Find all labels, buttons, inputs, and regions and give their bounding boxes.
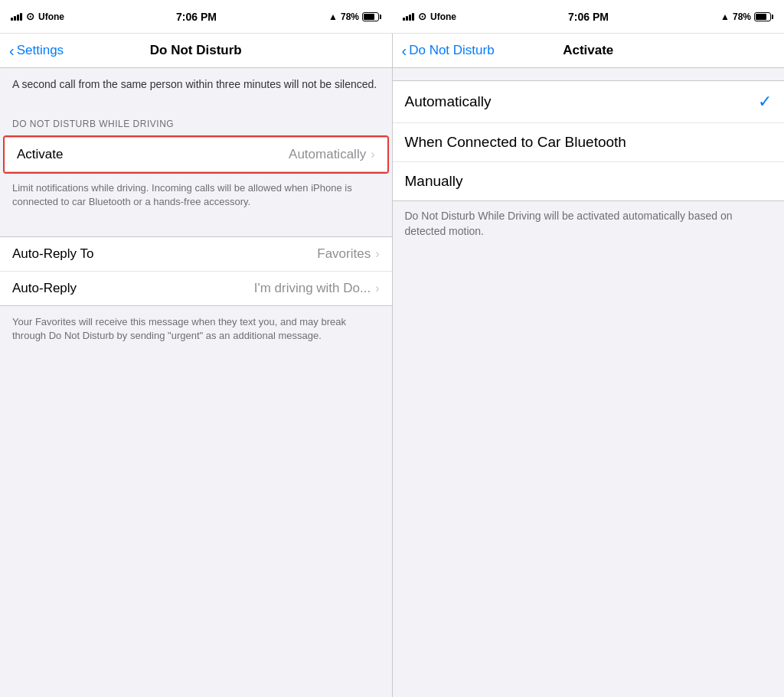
left-nav-title: Do Not Disturb bbox=[150, 43, 242, 58]
auto-reply-to-value: Favorites bbox=[317, 246, 371, 262]
right-location-icon: ▲ bbox=[720, 11, 730, 22]
activate-options-group: Automatically ✓ When Connected to Car Bl… bbox=[393, 80, 785, 201]
left-nav-bar: ‹ Settings Do Not Disturb bbox=[0, 34, 393, 67]
bottom-note: Your Favorites will receive this message… bbox=[0, 309, 392, 355]
auto-reply-placeholder: I'm driving with Do... bbox=[254, 281, 371, 296]
nav-bars: ‹ Settings Do Not Disturb ‹ Do Not Distu… bbox=[0, 34, 784, 68]
right-battery-info: ▲ 78% bbox=[720, 11, 773, 22]
right-time: 7:06 PM bbox=[568, 11, 609, 23]
right-back-button[interactable]: ‹ Do Not Disturb bbox=[402, 43, 495, 58]
right-back-chevron-icon: ‹ bbox=[402, 43, 407, 58]
option-footer: Do Not Disturb While Driving will be act… bbox=[393, 201, 785, 249]
auto-reply-group: Auto-Reply To Favorites › Auto-Reply I'm… bbox=[0, 236, 392, 306]
right-battery-pct: 78% bbox=[733, 11, 751, 22]
auto-reply-chevron-icon: › bbox=[375, 282, 379, 295]
auto-reply-to-row[interactable]: Auto-Reply To Favorites › bbox=[0, 237, 392, 272]
left-back-label: Settings bbox=[17, 43, 64, 58]
left-status-bar: ⊙ Ufone 7:06 PM ▲ 78% bbox=[0, 0, 392, 34]
checkmark-icon: ✓ bbox=[758, 92, 772, 112]
option-manually-label: Manually bbox=[405, 173, 463, 190]
right-signal-icon bbox=[403, 13, 414, 21]
right-nav-bar: ‹ Do Not Disturb Activate bbox=[393, 34, 785, 67]
driving-section-header: DO NOT DISTURB WHILE DRIVING bbox=[0, 103, 392, 134]
right-nav-title: Activate bbox=[563, 43, 613, 58]
option-car-bluetooth-label: When Connected to Car Bluetooth bbox=[405, 134, 626, 151]
auto-reply-to-label: Auto-Reply To bbox=[12, 246, 93, 262]
left-carrier-info: ⊙ Ufone bbox=[11, 11, 64, 22]
top-note: A second call from the same person withi… bbox=[0, 68, 392, 103]
activate-highlight: Activate Automatically › bbox=[3, 135, 389, 174]
option-automatically-label: Automatically bbox=[405, 93, 492, 110]
right-carrier-info: ⊙ Ufone bbox=[403, 11, 456, 22]
left-signal-icon bbox=[11, 13, 22, 21]
left-wifi-icon: ⊙ bbox=[26, 11, 34, 22]
right-status-bar: ⊙ Ufone 7:06 PM ▲ 78% bbox=[392, 0, 784, 34]
left-time: 7:06 PM bbox=[176, 11, 217, 23]
right-carrier: Ufone bbox=[430, 11, 456, 22]
left-battery-icon bbox=[362, 12, 381, 21]
auto-reply-to-value-area: Favorites › bbox=[317, 246, 379, 262]
auto-reply-row[interactable]: Auto-Reply I'm driving with Do... › bbox=[0, 272, 392, 305]
right-battery-icon bbox=[754, 12, 773, 21]
option-car-bluetooth[interactable]: When Connected to Car Bluetooth bbox=[393, 123, 785, 162]
driving-footer: Limit notifications while driving. Incom… bbox=[0, 175, 392, 221]
activate-value: Automatically bbox=[289, 147, 366, 162]
left-location-icon: ▲ bbox=[328, 11, 338, 22]
status-bars: ⊙ Ufone 7:06 PM ▲ 78% ⊙ Ufone 7:06 PM ▲ … bbox=[0, 0, 784, 34]
auto-reply-label: Auto-Reply bbox=[12, 281, 77, 296]
right-panel: Automatically ✓ When Connected to Car Bl… bbox=[393, 68, 785, 697]
left-back-chevron-icon: ‹ bbox=[9, 43, 15, 58]
option-automatically[interactable]: Automatically ✓ bbox=[393, 81, 785, 123]
activate-chevron-icon: › bbox=[371, 148, 374, 161]
left-battery-info: ▲ 78% bbox=[328, 11, 381, 22]
content-area: A second call from the same person withi… bbox=[0, 68, 784, 697]
right-back-label: Do Not Disturb bbox=[409, 43, 494, 58]
left-carrier: Ufone bbox=[38, 11, 64, 22]
option-manually[interactable]: Manually bbox=[393, 162, 785, 200]
right-wifi-icon: ⊙ bbox=[418, 11, 426, 22]
activate-row[interactable]: Activate Automatically › bbox=[5, 138, 387, 171]
activate-value-area: Automatically › bbox=[289, 147, 374, 162]
auto-reply-to-chevron-icon: › bbox=[375, 247, 379, 261]
left-panel: A second call from the same person withi… bbox=[0, 68, 393, 697]
activate-label: Activate bbox=[17, 147, 63, 162]
left-back-button[interactable]: ‹ Settings bbox=[9, 43, 64, 58]
activate-group: Activate Automatically › bbox=[5, 137, 387, 172]
left-battery-pct: 78% bbox=[341, 11, 359, 22]
auto-reply-value-area: I'm driving with Do... › bbox=[254, 281, 380, 296]
